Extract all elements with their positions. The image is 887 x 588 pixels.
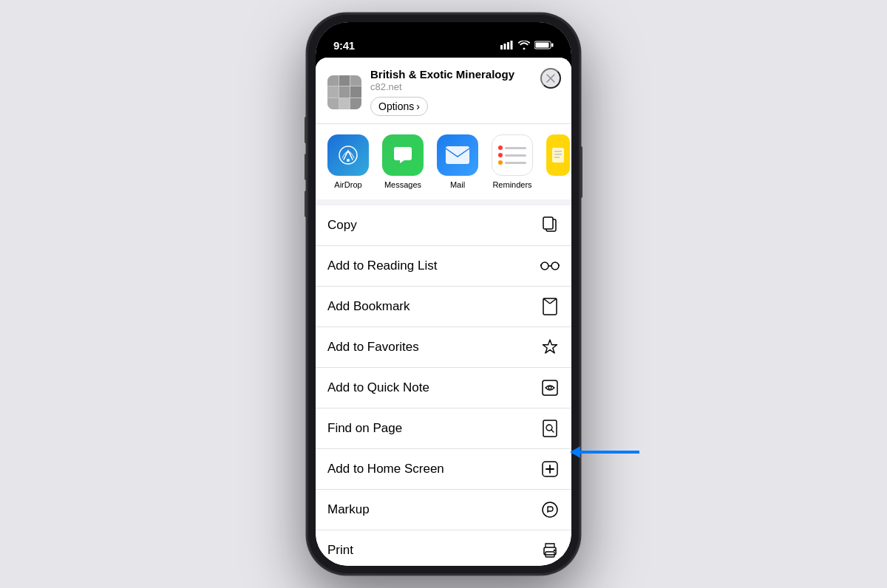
share-url: c82.net (370, 81, 560, 92)
menu-item-print[interactable]: Print (316, 530, 571, 566)
share-site-title: British & Exotic Mineralogy (370, 68, 560, 81)
svg-rect-6 (536, 43, 549, 48)
svg-point-35 (554, 550, 555, 551)
main-area: British & Exotic Mineralogy c82.net Opti… (316, 58, 571, 566)
menu-item-favorites[interactable]: Add to Favorites (316, 327, 571, 368)
copy-icon (540, 216, 560, 235)
glasses-icon (540, 261, 560, 271)
mail-label: Mail (450, 180, 465, 189)
reminders-label: Reminders (492, 180, 531, 189)
arrow-annotation (570, 446, 639, 458)
star-icon (542, 339, 558, 355)
arrow-head (570, 446, 580, 458)
reminder-line-3 (498, 160, 526, 165)
airdrop-icon-bg (327, 134, 369, 176)
menu-item-bookmark[interactable]: Add Bookmark (316, 287, 571, 327)
app-item-airdrop[interactable]: AirDrop (327, 134, 369, 189)
menu-item-quick-note[interactable]: Add to Quick Note (316, 368, 571, 408)
copy-icon-svg (542, 216, 558, 234)
svg-rect-15 (543, 217, 553, 229)
home-screen-icon (540, 459, 560, 479)
share-thumbnail (327, 75, 361, 109)
reminder-bar-1 (505, 147, 526, 149)
reading-list-label: Add to Reading List (327, 259, 437, 273)
svg-rect-10 (552, 148, 564, 163)
options-button[interactable]: Options › (370, 97, 428, 116)
battery-icon (534, 41, 554, 49)
bookmark-label: Add Bookmark (327, 299, 410, 314)
screen-content: 9:41 (316, 22, 571, 566)
print-icon (540, 541, 560, 560)
mail-icon (445, 146, 470, 165)
svg-rect-2 (507, 42, 509, 49)
phone-frame: 9:41 (307, 13, 580, 575)
phone-screen: 9:41 (316, 22, 571, 566)
status-time: 9:41 (333, 39, 355, 52)
notes-icon-bg (546, 134, 570, 176)
options-label: Options (378, 100, 414, 112)
copy-label: Copy (327, 218, 357, 233)
quick-note-label: Add to Quick Note (327, 380, 429, 395)
find-icon (540, 419, 560, 438)
menu-item-copy[interactable]: Copy (316, 205, 571, 246)
menu-item-reading-list[interactable]: Add to Reading List (316, 246, 571, 287)
close-button[interactable] (540, 68, 561, 89)
markup-label: Markup (327, 502, 370, 517)
share-sheet: British & Exotic Mineralogy c82.net Opti… (316, 58, 571, 566)
reminder-line-1 (498, 146, 526, 150)
favorites-label: Add to Favorites (327, 340, 419, 355)
signal-icon (500, 41, 514, 49)
menu-list: Copy Add to Reading List (316, 205, 571, 566)
svg-line-23 (550, 298, 557, 304)
svg-rect-26 (543, 420, 557, 437)
svg-point-32 (543, 502, 557, 517)
menu-item-find[interactable]: Find on Page (316, 408, 571, 449)
menu-item-home-screen[interactable]: Add to Home Screen (316, 449, 571, 490)
print-label: Print (327, 543, 353, 558)
home-screen-label: Add to Home Screen (327, 462, 444, 476)
markup-icon (540, 500, 560, 519)
app-item-messages[interactable]: Messages (382, 134, 424, 189)
mail-icon-bg (437, 134, 478, 176)
dynamic-island (399, 30, 488, 55)
wifi-icon (518, 41, 530, 49)
chevron-right-icon: › (416, 100, 420, 112)
svg-rect-9 (446, 146, 469, 164)
svg-line-22 (543, 298, 550, 304)
messages-icon (391, 143, 415, 167)
close-icon (546, 74, 555, 83)
svg-rect-3 (511, 41, 513, 49)
favorites-icon (540, 338, 560, 357)
status-bar: 9:41 (316, 22, 571, 58)
bookmark-icon (540, 297, 560, 316)
reminder-bar-3 (505, 162, 526, 164)
search-doc-icon (543, 420, 557, 437)
reading-list-icon (540, 256, 560, 276)
reminder-dot-red2 (498, 153, 503, 157)
menu-item-markup[interactable]: Markup (316, 490, 571, 530)
svg-point-8 (347, 159, 350, 162)
messages-icon-bg (382, 134, 424, 176)
status-icons (500, 41, 554, 49)
reminder-dot-red (498, 146, 503, 150)
markup-icon-svg (542, 502, 558, 518)
reminders-icon-bg (492, 134, 533, 176)
app-item-reminders[interactable]: Reminders (492, 134, 533, 189)
reminder-line-2 (498, 153, 526, 157)
reminder-bar-2 (505, 154, 526, 157)
messages-label: Messages (384, 180, 421, 189)
app-item-mail[interactable]: Mail (437, 134, 478, 189)
find-label: Find on Page (327, 421, 402, 436)
svg-line-28 (551, 430, 554, 432)
svg-line-19 (540, 264, 541, 266)
note-icon (542, 380, 558, 396)
quick-note-icon (540, 378, 560, 397)
svg-rect-0 (500, 45, 503, 49)
svg-rect-24 (543, 380, 557, 395)
print-icon-svg (541, 542, 559, 558)
svg-point-16 (541, 262, 548, 270)
add-square-icon (542, 461, 558, 477)
airdrop-icon (336, 143, 360, 167)
app-item-notes[interactable] (546, 134, 570, 176)
airdrop-label: AirDrop (334, 180, 361, 189)
